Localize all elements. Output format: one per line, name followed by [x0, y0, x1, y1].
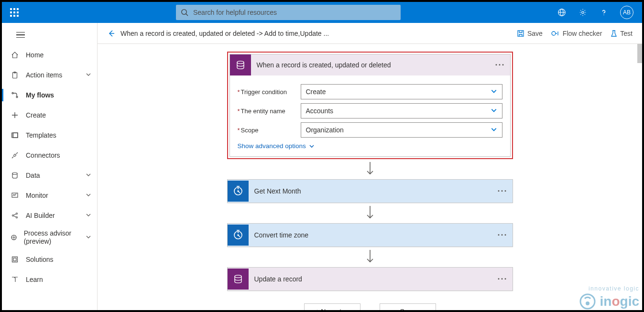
sidebar-toggle[interactable] — [2, 25, 97, 45]
step-header[interactable]: Update a record ··· — [228, 268, 513, 290]
svg-rect-11 — [12, 133, 18, 138]
sidebar-item-label: Action items — [26, 71, 62, 79]
svg-point-15 — [12, 172, 17, 174]
select-value: Create — [306, 88, 326, 96]
step-card-convert-time-zone: Convert time zone ··· — [227, 223, 513, 247]
sidebar-item-monitor[interactable]: Monitor — [2, 185, 97, 205]
connector-arrow[interactable] — [227, 159, 513, 179]
card-menu-button[interactable]: ··· — [497, 230, 507, 240]
sidebar-item-action-items[interactable]: Action items — [2, 65, 97, 85]
svg-point-19 — [16, 217, 18, 218]
clock-icon — [228, 181, 249, 202]
sidebar-item-label: Process advisor (preview) — [24, 229, 86, 246]
svg-point-30 — [238, 235, 239, 236]
svg-point-10 — [16, 97, 18, 98]
back-button[interactable] — [107, 29, 120, 38]
test-label: Test — [620, 30, 633, 37]
hamburger-icon — [10, 25, 25, 45]
global-search[interactable] — [176, 5, 401, 20]
save-button[interactable]: Save — [380, 303, 436, 310]
step-card-update-a-record: Update a record ··· — [227, 267, 513, 291]
settings-icon[interactable] — [578, 8, 588, 17]
home-icon — [10, 51, 20, 59]
svg-point-18 — [16, 213, 18, 215]
ai-builder-icon — [10, 212, 20, 219]
select-value: Organization — [306, 126, 344, 134]
new-step-button[interactable]: + New step — [304, 303, 360, 310]
monitor-icon — [10, 192, 20, 199]
breadcrumb: When a record is created, updated or del… — [120, 30, 329, 37]
database-icon — [10, 172, 20, 179]
svg-point-6 — [603, 14, 604, 15]
test-command[interactable]: Test — [611, 30, 633, 37]
sidebar-item-data[interactable]: Data — [2, 165, 97, 185]
svg-point-9 — [12, 93, 13, 94]
sidebar-item-learn[interactable]: Learn — [2, 269, 97, 290]
step-title: Update a record — [249, 275, 498, 283]
sidebar-item-connectors[interactable]: Connectors — [2, 145, 97, 165]
card-menu-button[interactable]: ··· — [497, 274, 507, 284]
step-header[interactable]: Get Next Month ··· — [228, 180, 513, 203]
sidebar-item-create[interactable]: Create — [2, 105, 97, 125]
save-label: Save — [527, 30, 543, 37]
app-topbar: AB — [2, 2, 642, 23]
sidebar-item-templates[interactable]: Templates — [2, 125, 97, 145]
sidebar-item-label: Home — [26, 51, 44, 59]
chevron-down-icon — [86, 172, 91, 179]
clipboard-icon — [10, 71, 20, 79]
step-card-get-next-month: Get Next Month ··· — [227, 179, 513, 203]
sidebar-item-label: Create — [26, 111, 46, 119]
step-header[interactable]: Convert time zone ··· — [228, 224, 513, 247]
sidebar-item-label: Learn — [26, 276, 43, 283]
entity-name-select[interactable]: Accounts — [301, 103, 502, 118]
environment-icon[interactable] — [557, 8, 567, 17]
sidebar-item-solutions[interactable]: Solutions — [2, 249, 97, 269]
chevron-down-icon — [86, 212, 91, 219]
sidebar-item-process-advisor[interactable]: Process advisor (preview) — [2, 226, 97, 249]
sidebar: Home Action items My flows Create — [2, 23, 98, 310]
chevron-down-icon — [491, 107, 497, 115]
show-advanced-options-link[interactable]: Show advanced options — [238, 142, 502, 150]
scope-select[interactable]: Organization — [301, 122, 502, 138]
user-avatar[interactable]: AB — [620, 6, 633, 19]
select-value: Accounts — [306, 107, 334, 115]
chevron-down-icon — [86, 192, 91, 199]
editor-toolbar: When a record is created, updated or del… — [98, 23, 642, 44]
sidebar-item-my-flows[interactable]: My flows — [2, 85, 97, 105]
trigger-title: When a record is created, updated or del… — [251, 61, 495, 69]
plus-icon — [10, 111, 20, 119]
chevron-down-icon — [86, 234, 91, 241]
card-menu-button[interactable]: ··· — [495, 60, 505, 70]
sidebar-item-home[interactable]: Home — [2, 45, 97, 65]
cds-icon — [230, 54, 251, 75]
sidebar-item-label: Monitor — [26, 192, 48, 199]
trigger-condition-select[interactable]: Create — [301, 84, 502, 99]
svg-point-31 — [235, 275, 241, 278]
search-input[interactable] — [193, 9, 396, 16]
sidebar-item-label: AI Builder — [26, 212, 55, 219]
step-title: Convert time zone — [249, 231, 498, 239]
chevron-down-icon — [491, 126, 497, 134]
solutions-icon — [10, 256, 20, 263]
svg-point-28 — [238, 191, 239, 192]
sidebar-item-ai-builder[interactable]: AI Builder — [2, 205, 97, 226]
help-icon[interactable] — [599, 8, 609, 17]
scrollbar-thumb[interactable] — [637, 44, 642, 63]
step-title: Get Next Month — [249, 187, 498, 195]
chevron-down-icon — [86, 71, 91, 79]
field-label-scope: *Scope — [238, 127, 301, 134]
trigger-card: When a record is created, updated or del… — [229, 54, 511, 157]
connector-arrow[interactable] — [227, 203, 513, 223]
flow-checker-label: Flow checker — [563, 30, 602, 37]
flow-checker-command[interactable]: Flow checker — [551, 30, 602, 37]
svg-point-17 — [12, 215, 14, 216]
card-menu-button[interactable]: ··· — [497, 186, 507, 196]
svg-rect-24 — [518, 31, 524, 36]
trigger-header[interactable]: When a record is created, updated or del… — [230, 54, 510, 75]
flow-icon — [10, 91, 20, 99]
app-launcher-icon[interactable] — [6, 4, 23, 21]
svg-point-21 — [13, 237, 14, 238]
connector-arrow[interactable] — [227, 247, 513, 267]
save-command[interactable]: Save — [517, 30, 543, 37]
svg-point-25 — [552, 32, 556, 35]
